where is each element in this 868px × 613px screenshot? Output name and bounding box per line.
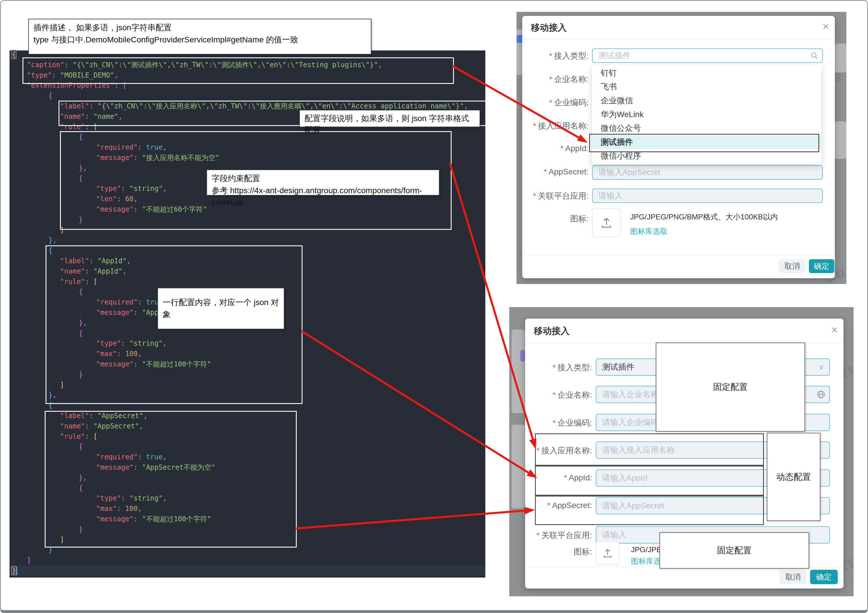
upload-icon: [602, 548, 613, 559]
code-token: }: [48, 236, 53, 244]
modal2-title: 移动接入: [534, 325, 570, 337]
dropdown-item-1[interactable]: 飞书: [592, 80, 821, 94]
note-row-object: 一行配置内容，对应一个 json 对象: [157, 288, 284, 329]
required-asterisk: *: [553, 363, 556, 372]
note-line: 插件描述， 如果多语，json字符串配置: [33, 22, 366, 34]
note-plugin-description: 插件描述， 如果多语，json字符串配置 type 与接口中.DemoMobil…: [28, 19, 371, 54]
required-asterisk: *: [533, 192, 536, 200]
modal1-field-label: *接入应用名称:: [488, 121, 589, 132]
modal2-field-label: *企业名称:: [488, 390, 592, 401]
required-asterisk: *: [544, 167, 547, 176]
select-value: 测试插件: [602, 362, 634, 373]
code-line[interactable]: },: [9, 235, 485, 245]
modal1-footer-divider: [522, 255, 835, 255]
dropdown-highlight-annotation-box: [589, 134, 819, 152]
background-button-hint: [520, 350, 525, 362]
required-asterisk: *: [560, 144, 563, 153]
required-asterisk: *: [533, 121, 536, 130]
row-annotation-box-app-name: [535, 433, 764, 466]
modal1-field-label: *接入类型:: [488, 51, 589, 62]
code-token: {: [12, 51, 16, 59]
modal1-field-label: *关联平台应用:: [488, 190, 589, 201]
text-cursor: [16, 567, 17, 575]
icon-label: 图标:: [488, 546, 592, 557]
search-icon: [810, 51, 819, 61]
modal2-field-label: *接入类型:: [488, 362, 592, 373]
icon-label: 图标:: [488, 214, 589, 224]
required-asterisk: *: [549, 75, 552, 84]
modal1-ok-button[interactable]: 确定: [809, 259, 834, 273]
dropdown-item-3[interactable]: 华为WeLink: [592, 108, 821, 121]
modal1-input-6[interactable]: [592, 189, 823, 203]
code-line[interactable]: ]: [9, 555, 485, 565]
modal1-header-divider: [522, 39, 835, 40]
note-line: 一行配置内容，对应一个 json 对象: [163, 296, 279, 320]
modal1-close-icon[interactable]: ✕: [822, 22, 829, 32]
code-highlight-box-appsecret: [45, 411, 297, 548]
note-field-label: 配置字段说明，如果多语，则 json 字符串格式配置: [299, 110, 480, 127]
dropdown-item-4[interactable]: 微信公众号: [592, 121, 821, 135]
required-asterisk: *: [553, 390, 556, 399]
screenshot-page: {"caption": "{\"zh_CN\":\"测试插件\",\"zh_TW…: [0, 0, 868, 613]
icon-format-hint: JPG/JPEG/PNG/BMP格式、大小100KB以内: [630, 212, 778, 222]
modal1-cancel-button[interactable]: 取消: [779, 259, 805, 273]
dropdown-item-0[interactable]: 钉钉: [592, 66, 821, 80]
dynamic-config-overlay: 动态配置: [767, 433, 820, 521]
modal2-field-label: *企业编码:: [488, 418, 592, 429]
row-annotation-box-appsecret: [535, 495, 764, 525]
modal1-title: 移动接入: [531, 22, 567, 34]
modal1-field-label: *企业编码:: [488, 97, 589, 108]
note-line: 字段约束配置: [212, 172, 434, 184]
upload-icon: [600, 216, 613, 229]
background-row-hint: [835, 43, 846, 72]
code-token: ,: [53, 236, 57, 244]
background-row-hint: [835, 121, 846, 159]
row-annotation-box-appid: [535, 466, 764, 495]
modal1-field-label: *AppId:: [488, 144, 589, 153]
code-token: ]: [27, 556, 31, 564]
background-card-hint: [512, 425, 525, 508]
icon-library-link[interactable]: 图标库选取: [630, 226, 668, 237]
fixed-config-overlay-bottom: 固定配置: [660, 532, 809, 569]
chevron-down-icon: ∨: [819, 362, 824, 372]
modal2-close-icon[interactable]: ✕: [831, 325, 838, 335]
code-highlight-box-caption: [22, 57, 454, 84]
note-line: 参考 https://4x-ant-design.antgroup.com/co…: [212, 184, 434, 209]
icon-upload-button[interactable]: [596, 541, 619, 565]
modal1-input-5[interactable]: [592, 165, 823, 180]
fixed-config-overlay-top: 固定配置: [656, 342, 805, 432]
dropdown-item-2[interactable]: 企业微信: [592, 94, 821, 108]
globe-icon[interactable]: [816, 390, 826, 400]
modal1-field-label: *AppSecret:: [488, 167, 589, 176]
code-token: }: [12, 567, 16, 575]
modal2-ok-button[interactable]: 确定: [810, 570, 838, 584]
note-rule-constraint: 字段约束配置 参考 https://4x-ant-design.antgroup…: [206, 170, 439, 195]
note-line: 配置字段说明，如果多语，则 json 字符串格式配置: [305, 113, 475, 136]
required-asterisk: *: [536, 531, 539, 540]
modal2-field-label: *关联平台应用:: [488, 530, 592, 541]
code-token: {: [48, 92, 53, 100]
required-asterisk: *: [553, 418, 556, 427]
modal2-cancel-button[interactable]: 取消: [780, 570, 807, 584]
required-asterisk: *: [549, 51, 552, 60]
note-line: type 与接口中.DemoMobileConfigProviderServic…: [33, 34, 366, 46]
code-line[interactable]: {: [9, 91, 485, 101]
code-line[interactable]: }: [9, 565, 485, 576]
modal1-field-label: *企业名称:: [488, 74, 589, 85]
icon-upload-button[interactable]: [592, 208, 621, 237]
modal1-input-0[interactable]: [592, 48, 823, 63]
required-asterisk: *: [549, 98, 552, 107]
